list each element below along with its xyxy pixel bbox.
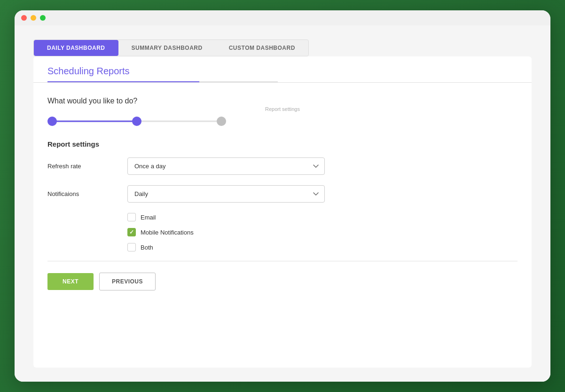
stepper-container: Report settings: [47, 117, 518, 126]
divider: [47, 261, 518, 261]
refresh-rate-label: Refresh rate: [47, 163, 127, 170]
tab-daily-dashboard[interactable]: DAILY DASHBOARD: [34, 40, 118, 56]
refresh-rate-row: Refresh rate Once a day Twice a day Week…: [47, 157, 518, 175]
main-window: DAILY DASHBOARD SUMMARY DASHBOARD CUSTOM…: [15, 10, 550, 382]
mobile-checkbox-row: Mobile Notifications: [127, 228, 518, 236]
button-row: NEXT PREVIOUS: [47, 273, 518, 290]
email-label: Email: [141, 214, 156, 221]
step-3-dot: [217, 117, 226, 126]
previous-button[interactable]: PREVIOUS: [99, 273, 156, 290]
notifications-select[interactable]: Daily Weekly Monthly: [127, 185, 325, 203]
content-card: Scheduling Reports What would you like t…: [33, 56, 532, 368]
tab-bar: DAILY DASHBOARD SUMMARY DASHBOARD CUSTOM…: [33, 39, 309, 56]
mobile-label: Mobile Notifications: [141, 229, 194, 236]
notifications-row: Notificaions Daily Weekly Monthly: [47, 185, 518, 203]
next-button[interactable]: NEXT: [47, 273, 94, 290]
step-label: Report settings: [265, 106, 300, 112]
stepper-track: [47, 117, 226, 126]
step-1-dot: [47, 117, 57, 126]
email-checkbox-row: Email: [127, 213, 518, 221]
mobile-checkbox[interactable]: [127, 228, 136, 236]
track-active: [54, 121, 137, 122]
both-label: Both: [141, 244, 153, 251]
what-label: What would you like to do?: [47, 97, 518, 105]
both-checkbox[interactable]: [127, 243, 136, 251]
tab-custom-dashboard[interactable]: CUSTOM DASHBOARD: [216, 40, 308, 56]
step-2-dot: [132, 117, 141, 126]
page-title: Scheduling Reports: [47, 66, 518, 77]
tab-summary-dashboard[interactable]: SUMMARY DASHBOARD: [118, 40, 216, 56]
card-header: Scheduling Reports: [33, 56, 532, 83]
notifications-label: Notificaions: [47, 190, 127, 197]
window-chrome: [15, 10, 550, 25]
card-body: What would you like to do? Report settin…: [33, 83, 532, 305]
refresh-rate-select[interactable]: Once a day Twice a day Weekly Monthly: [127, 157, 325, 175]
maximize-dot: [40, 15, 46, 21]
close-dot: [21, 15, 27, 21]
checkboxes-group: Email Mobile Notifications Both: [127, 213, 518, 251]
title-underline: [47, 81, 278, 82]
window-body: DAILY DASHBOARD SUMMARY DASHBOARD CUSTOM…: [15, 25, 550, 382]
minimize-dot: [31, 15, 36, 21]
both-checkbox-row: Both: [127, 243, 518, 251]
report-settings-title: Report settings: [47, 140, 518, 148]
email-checkbox[interactable]: [127, 213, 136, 221]
